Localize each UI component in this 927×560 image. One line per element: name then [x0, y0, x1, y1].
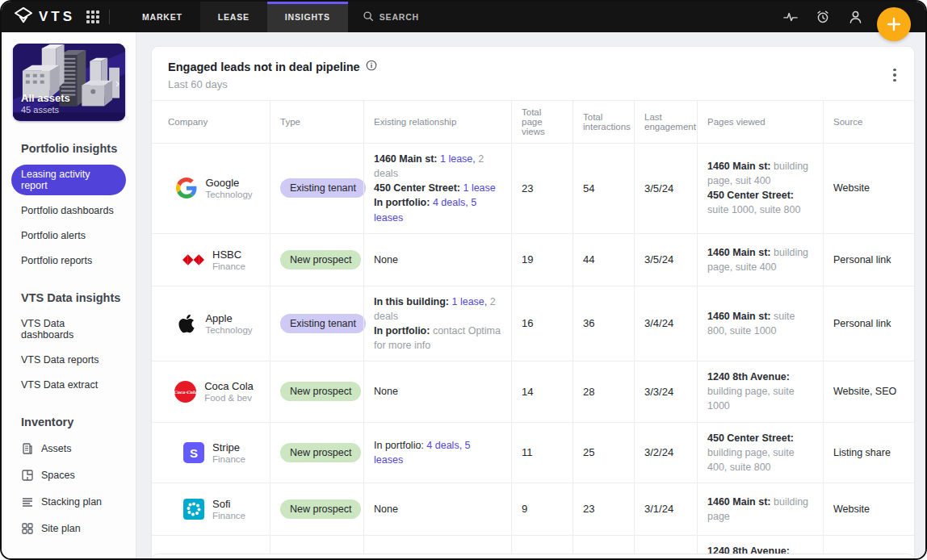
- relationship-link[interactable]: 1 lease,: [452, 296, 488, 307]
- text-segment: building page, suite 1000: [707, 386, 795, 412]
- sidebar-item-label: Spaces: [41, 470, 75, 481]
- sidebar-item-label: VTS Data dashboards: [21, 318, 116, 341]
- cocacola-logo: Coca·Cola: [174, 381, 196, 403]
- sidebar-item-vts-data-reports[interactable]: VTS Data reports: [11, 350, 126, 370]
- sidebar-item-assets[interactable]: Assets: [11, 438, 126, 459]
- column-header-total-interactions: Total interactions: [573, 101, 634, 143]
- sidebar-item-portfolio-reports[interactable]: Portfolio reports: [11, 251, 126, 270]
- sidebar-item-label: Site plan: [41, 523, 81, 534]
- svg-text:S: S: [190, 445, 198, 459]
- text-segment: 1460 Main st:: [707, 247, 774, 258]
- company-industry: Technology: [205, 325, 252, 335]
- user-icon[interactable]: [848, 10, 862, 24]
- text-segment: 450 Center Street:: [707, 190, 794, 201]
- table-row[interactable]: SofiFinanceNew prospectNone9233/1/241460…: [152, 483, 914, 535]
- nav-item-market[interactable]: MARKET: [124, 2, 200, 32]
- search-input[interactable]: SEARCH: [348, 2, 434, 32]
- table-row[interactable]: Coca·ColaCoca ColaFood & bevNew prospect…: [152, 361, 914, 421]
- site-plan-icon: [21, 522, 34, 535]
- existing-relationship-cell: None: [363, 361, 511, 421]
- sidebar-item-site-plan[interactable]: Site plan: [11, 518, 126, 539]
- search-icon: [363, 10, 374, 23]
- search-placeholder: SEARCH: [380, 12, 419, 22]
- google-logo: [175, 178, 197, 199]
- kebab-menu-icon[interactable]: [887, 65, 903, 86]
- spaces-icon: [21, 469, 34, 482]
- add-fab-button[interactable]: [877, 7, 911, 41]
- company-name: Apple: [205, 312, 252, 324]
- pages-viewed-cell: 1240 8th Avenue: building page, suite 10…: [697, 361, 823, 421]
- text-segment: 1460 Main st:: [707, 311, 774, 322]
- company-industry: Finance: [212, 511, 245, 520]
- existing-relationship-cell: None: [363, 234, 511, 286]
- next-card-peek: [151, 554, 915, 558]
- column-header-pages-viewed: Pages viewed: [697, 101, 823, 143]
- page-views-cell: 11: [511, 423, 573, 483]
- nav-item-insights[interactable]: INSIGHTS: [267, 2, 348, 32]
- text-segment: None: [374, 254, 398, 265]
- main-content: Engaged leads not in deal pipeline Last …: [136, 32, 925, 558]
- column-header-total-page-views: Total page views: [511, 101, 573, 143]
- interactions-cell: 25: [573, 423, 634, 483]
- alarm-icon[interactable]: [816, 10, 830, 24]
- vts-brand[interactable]: VTS: [2, 2, 86, 32]
- existing-relationship-cell: In this building: 1 lease, 2 dealsIn por…: [363, 286, 511, 361]
- relationship-link[interactable]: 1 lease: [440, 153, 472, 165]
- interactions-cell: 28: [573, 361, 634, 421]
- all-assets-card[interactable]: › All assets 45 assets: [13, 44, 125, 121]
- page-views-cell: 9: [511, 483, 573, 535]
- type-badge: New prospect: [280, 499, 361, 519]
- engaged-leads-card: Engaged leads not in deal pipeline Last …: [151, 46, 915, 558]
- text-segment: In this building:: [374, 296, 452, 307]
- table-row[interactable]: GoogleTechnologyExisting tenant1460 Main…: [152, 143, 914, 233]
- table-row[interactable]: AppleTechnologyExisting tenantIn this bu…: [152, 286, 914, 361]
- interactions-cell: 36: [573, 286, 634, 361]
- assets-icon: [21, 442, 34, 455]
- card-title: Engaged leads not in deal pipeline: [168, 61, 360, 73]
- text-segment: 1460 Main st:: [707, 161, 774, 172]
- sidebar-item-stacking-plan[interactable]: Stacking plan: [11, 491, 126, 512]
- sidebar-item-portfolio-alerts[interactable]: Portfolio alerts: [11, 226, 126, 245]
- text-segment: None: [374, 504, 398, 515]
- page-views-cell: 23: [511, 144, 573, 233]
- type-badge: New prospect: [280, 250, 361, 270]
- column-header-last-engagement: Last engagement: [634, 101, 697, 143]
- activity-icon[interactable]: [783, 10, 798, 24]
- sidebar-item-spaces[interactable]: Spaces: [11, 465, 126, 486]
- hsbc-logo: [182, 249, 204, 270]
- company-name: Sofi: [212, 498, 245, 510]
- company-industry: Finance: [212, 454, 245, 464]
- sidebar-item-leasing-activity-report[interactable]: Leasing activity report: [11, 165, 126, 195]
- sidebar-item-label: Assets: [41, 443, 72, 454]
- nav-item-lease[interactable]: LEASE: [200, 2, 267, 32]
- card-subtitle: Last 60 days: [168, 78, 898, 90]
- asset-card-title: All assets: [21, 92, 70, 104]
- info-icon[interactable]: [366, 60, 377, 74]
- sidebar-item-label: VTS Data reports: [21, 354, 99, 366]
- app-grid-icon[interactable]: [86, 10, 99, 23]
- asset-card-subtitle: 45 assets: [21, 105, 70, 115]
- company-name: HSBC: [212, 249, 245, 261]
- page-views-cell: 14: [511, 361, 573, 421]
- company-industry: Finance: [212, 261, 245, 271]
- section-heading: Portfolio insights: [21, 142, 126, 155]
- sidebar-item-portfolio-dashboards[interactable]: Portfolio dashboards: [11, 201, 126, 220]
- company-name: Google: [205, 177, 252, 189]
- sidebar-item-vts-data-dashboards[interactable]: VTS Data dashboards: [11, 314, 126, 345]
- text-segment: 1460 Main st:: [374, 153, 440, 165]
- text-segment: 450 Center Street:: [374, 182, 463, 194]
- sidebar: › All assets 45 assets Portfolio insight…: [2, 32, 136, 558]
- last-engagement-cell: 3/5/24: [634, 144, 697, 233]
- sidebar-item-label: Portfolio reports: [21, 255, 92, 266]
- table-row[interactable]: HSBCFinanceNew prospectNone19443/5/24146…: [152, 233, 914, 286]
- type-badge: Existing tenant: [280, 178, 366, 198]
- text-segment: suite 1000, suite 800: [707, 204, 800, 215]
- text-segment: 450 Center Street:: [707, 433, 794, 444]
- source-cell: Personal link: [823, 286, 914, 361]
- sidebar-item-label: Stacking plan: [41, 496, 102, 508]
- sidebar-item-vts-data-extract[interactable]: VTS Data extract: [11, 375, 126, 395]
- table-row[interactable]: SStripeFinanceNew prospectIn portfolio: …: [152, 422, 914, 483]
- relationship-link[interactable]: 1 lease: [463, 182, 495, 194]
- type-badge: New prospect: [280, 382, 361, 401]
- type-badge: Existing tenant: [280, 314, 366, 333]
